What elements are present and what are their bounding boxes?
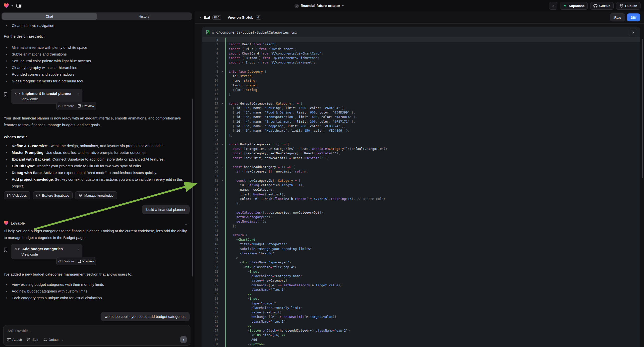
attach-button[interactable]: Attach bbox=[7, 338, 22, 342]
code-line: 44 return ( bbox=[202, 233, 640, 238]
version-card-title: Add budget categories bbox=[22, 247, 63, 251]
bookmark-icon[interactable] bbox=[4, 248, 8, 252]
restore-button[interactable]: ↺Restore bbox=[58, 260, 74, 263]
fold-gutter bbox=[220, 288, 225, 292]
code-line: 17 { id: '2', name: 'Food & Dining', lim… bbox=[202, 110, 640, 115]
version-card-add-budget-categories[interactable]: < > Add budget categories › View code bbox=[11, 244, 82, 259]
chevron-up-icon bbox=[631, 31, 634, 33]
code-line: 23 bbox=[202, 138, 640, 142]
chat-bullet-item: Master Prompting: Use clear, detailed, a… bbox=[4, 149, 192, 156]
message-more-button[interactable]: ... bbox=[185, 221, 189, 225]
diff-toggle-button[interactable]: Diff bbox=[627, 14, 640, 22]
raw-toggle-button[interactable]: Raw bbox=[610, 14, 625, 22]
fold-gutter bbox=[220, 342, 225, 346]
preview-button[interactable]: Preview bbox=[78, 104, 94, 108]
code-line: 28 bbox=[202, 160, 640, 165]
fold-gutter bbox=[220, 120, 225, 124]
code-line: 8▾interface Category { bbox=[202, 70, 640, 74]
chat-input-box[interactable]: Ask Lovable... Attach Edit Default ⌄ ↑ bbox=[3, 325, 190, 346]
code-editor[interactable]: 12import React from 'react';3import { Pl… bbox=[202, 38, 640, 347]
fold-gutter bbox=[220, 319, 225, 324]
code-line: 22]; bbox=[202, 133, 640, 138]
fold-gutter bbox=[220, 156, 225, 160]
settings-button[interactable] bbox=[549, 2, 557, 10]
fold-chevron-icon[interactable]: ▾ bbox=[220, 142, 225, 146]
chat-bullet-item: Clean typography with clear hierarchies bbox=[4, 64, 192, 71]
code-line: 19 { id: '4', name: 'Entertainment', lim… bbox=[202, 120, 640, 124]
fold-gutter bbox=[220, 78, 225, 83]
fold-gutter bbox=[220, 206, 225, 210]
fold-chevron-icon[interactable]: ▾ bbox=[220, 165, 225, 169]
lovable-logo-icon[interactable] bbox=[4, 3, 9, 8]
fold-gutter bbox=[220, 296, 225, 301]
fold-gutter bbox=[220, 183, 225, 188]
fold-gutter bbox=[220, 256, 225, 260]
mode-select[interactable]: Default ⌄ bbox=[43, 338, 64, 342]
code-line: 7 bbox=[202, 65, 640, 70]
chat-scroll-area[interactable]: Clean, intuitive navigation For the desi… bbox=[0, 21, 192, 322]
code-line: 26 const [newCategory, setNewCategory] =… bbox=[202, 151, 640, 156]
supabase-button[interactable]: Supabase bbox=[560, 2, 588, 10]
code-line: 46 title="Budget Categories" bbox=[202, 242, 640, 246]
gear-icon bbox=[552, 4, 554, 8]
code-line: 43 bbox=[202, 228, 640, 233]
fold-gutter bbox=[220, 110, 225, 115]
explore-supabase-button[interactable]: Explore Supabase bbox=[33, 192, 73, 200]
exit-button[interactable]: ‹ Exit ESC bbox=[200, 15, 221, 20]
fold-gutter bbox=[220, 306, 225, 310]
chat-bullet-item: Clean, intuitive navigation bbox=[4, 22, 192, 29]
fold-gutter bbox=[220, 124, 225, 128]
preview-button[interactable]: Preview bbox=[78, 260, 94, 263]
fold-chevron-icon[interactable]: ▾ bbox=[220, 178, 225, 183]
file-path-bar[interactable]: src/components/budget/BudgetCategories.t… bbox=[202, 27, 640, 38]
tab-history[interactable]: History bbox=[97, 13, 192, 20]
fold-gutter bbox=[220, 47, 225, 51]
lovable-avatar bbox=[4, 221, 8, 225]
fold-chevron-icon[interactable]: ▾ bbox=[220, 101, 225, 106]
send-button[interactable]: ↑ bbox=[180, 336, 187, 343]
tab-chat[interactable]: Chat bbox=[2, 13, 97, 20]
code-line: 65 <Button onClick={handleAddCategory} c… bbox=[202, 328, 640, 333]
fold-gutter bbox=[220, 233, 225, 238]
visit-docs-button[interactable]: Visit docs bbox=[4, 192, 30, 200]
version-card-implement-financial-planner[interactable]: < > Implement financial planner › View c… bbox=[11, 88, 82, 104]
assistant-paragraph: I'll help you add budget categories to t… bbox=[4, 228, 190, 241]
view-code-link[interactable]: View code bbox=[22, 97, 79, 101]
code-line: 37 }; bbox=[202, 201, 640, 206]
chat-tabbar: Chat History bbox=[2, 12, 192, 20]
logo-chevron-down-icon[interactable]: ▾ bbox=[12, 4, 13, 8]
code-scrollbar[interactable] bbox=[642, 39, 643, 178]
publish-button[interactable]: Publish bbox=[616, 2, 640, 10]
toggle-panel-button[interactable] bbox=[16, 3, 22, 9]
edit-button[interactable]: Edit bbox=[27, 338, 38, 342]
github-button[interactable]: GitHub bbox=[590, 2, 614, 10]
project-favicon bbox=[294, 4, 299, 8]
code-line: 13} bbox=[202, 92, 640, 96]
project-switcher[interactable]: financial-future-creator ▾ bbox=[294, 0, 344, 12]
manage-knowledge-button[interactable]: Manage knowledge bbox=[75, 192, 117, 200]
restore-icon: ↺ bbox=[58, 260, 61, 263]
code-line: 51 <div className="flex gap-4"> bbox=[202, 265, 640, 269]
restore-button[interactable]: ↺Restore bbox=[58, 104, 74, 108]
fold-chevron-icon[interactable]: ▾ bbox=[220, 70, 225, 74]
code-line: 6import { Input } from '@/components/ui/… bbox=[202, 60, 640, 65]
fold-gutter bbox=[220, 92, 225, 96]
chat-bubble-icon bbox=[36, 194, 40, 197]
collapse-file-button[interactable] bbox=[628, 29, 637, 36]
code-line: 20 { id: '5', name: 'Shopping', limit: 2… bbox=[202, 124, 640, 128]
bookmark-icon[interactable] bbox=[4, 92, 8, 97]
view-code-link[interactable]: View code bbox=[22, 252, 79, 256]
code-icon: < > bbox=[15, 92, 20, 95]
chat-bullet-item: Rounded corners and subtle shadows bbox=[4, 71, 192, 78]
fold-gutter bbox=[220, 115, 225, 119]
chat-bullet-item: View existing budget categories with the… bbox=[4, 281, 192, 288]
chat-scrollbar[interactable] bbox=[192, 98, 193, 276]
external-link-icon bbox=[7, 194, 10, 197]
fold-gutter bbox=[220, 188, 225, 192]
code-line: 67 Add bbox=[202, 338, 640, 342]
view-on-github-button[interactable]: View on GitHub G bbox=[228, 16, 261, 20]
chat-bullet-item: Expand with Backend: Connect Supabase to… bbox=[4, 156, 192, 162]
fold-gutter bbox=[220, 333, 225, 337]
external-link-icon bbox=[78, 260, 81, 263]
chat-bullet-item: GitHub Sync: Transfer your project's cod… bbox=[4, 162, 192, 169]
